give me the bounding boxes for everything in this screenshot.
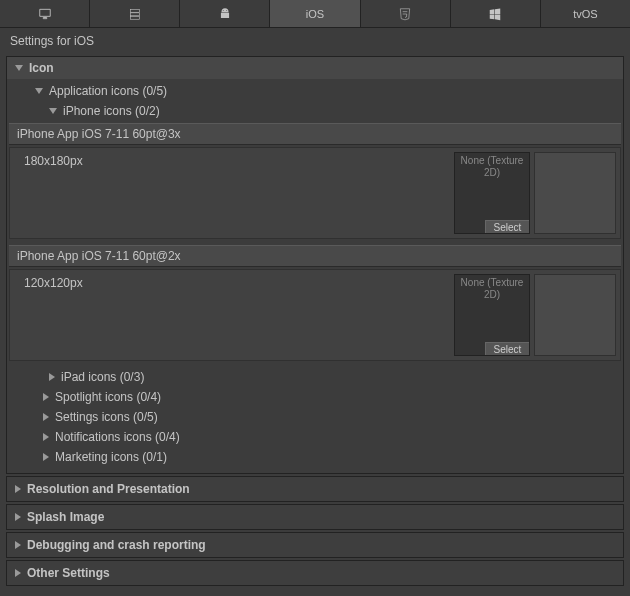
tree-label: Notifications icons (0/4)	[55, 430, 180, 444]
tab-standalone[interactable]	[0, 0, 90, 27]
icon-preview	[534, 274, 616, 356]
tree-label: iPad icons (0/3)	[61, 370, 144, 384]
tree-ipad-icons[interactable]: iPad icons (0/3)	[7, 367, 623, 387]
texture-object-field[interactable]: None (Texture 2D) Select	[454, 152, 530, 234]
icon-preview	[534, 152, 616, 234]
object-field-text: None (Texture 2D)	[455, 275, 529, 303]
icon-section-header[interactable]: Icon	[7, 57, 623, 79]
foldout-right-icon	[15, 541, 21, 549]
tree-spotlight-icons[interactable]: Spotlight icons (0/4)	[7, 387, 623, 407]
foldout-down-icon	[15, 65, 23, 71]
debugging-header[interactable]: Debugging and crash reporting	[7, 533, 623, 557]
resolution-section: Resolution and Presentation	[6, 476, 624, 502]
splash-section: Splash Image	[6, 504, 624, 530]
section-title: Other Settings	[27, 566, 110, 580]
svg-rect-2	[130, 16, 139, 19]
ios-label: iOS	[306, 8, 324, 20]
tree-label: Settings icons (0/5)	[55, 410, 158, 424]
foldout-right-icon	[15, 513, 21, 521]
tree-marketing-icons[interactable]: Marketing icons (0/1)	[7, 447, 623, 467]
splash-header[interactable]: Splash Image	[7, 505, 623, 529]
tree-notifications-icons[interactable]: Notifications icons (0/4)	[7, 427, 623, 447]
foldout-right-icon	[15, 485, 21, 493]
icon-slot-controls: None (Texture 2D) Select	[450, 270, 620, 360]
foldout-right-icon	[15, 569, 21, 577]
tab-server[interactable]	[90, 0, 180, 27]
server-icon	[125, 7, 145, 21]
icon-dimensions: 180x180px	[10, 148, 450, 238]
icon-slot-controls: None (Texture 2D) Select	[450, 148, 620, 238]
resolution-header[interactable]: Resolution and Presentation	[7, 477, 623, 501]
platform-tabs: iOS tvOS	[0, 0, 630, 28]
tree-label: iPhone icons (0/2)	[63, 104, 160, 118]
html5-icon	[395, 7, 415, 21]
other-section: Other Settings	[6, 560, 624, 586]
tree-label: Marketing icons (0/1)	[55, 450, 167, 464]
section-title: Splash Image	[27, 510, 104, 524]
icon-tree: Application icons (0/5) iPhone icons (0/…	[7, 79, 623, 473]
svg-point-3	[223, 10, 224, 11]
foldout-right-icon	[43, 413, 49, 421]
tab-tvos[interactable]: tvOS	[541, 0, 630, 27]
svg-rect-1	[130, 12, 139, 15]
windows-icon	[485, 7, 505, 21]
other-header[interactable]: Other Settings	[7, 561, 623, 585]
settings-title: Settings for iOS	[0, 28, 630, 54]
foldout-right-icon	[43, 393, 49, 401]
tree-label: Spotlight icons (0/4)	[55, 390, 161, 404]
svg-point-4	[226, 10, 227, 11]
tree-iphone-icons[interactable]: iPhone icons (0/2)	[7, 101, 623, 121]
icon-slot-header: iPhone App iOS 7-11 60pt@3x	[9, 123, 621, 145]
svg-rect-0	[130, 9, 139, 12]
icon-section-title: Icon	[29, 61, 54, 75]
tree-application-icons[interactable]: Application icons (0/5)	[7, 81, 623, 101]
icon-dimensions: 120x120px	[10, 270, 450, 360]
android-icon	[215, 7, 235, 21]
select-button[interactable]: Select	[485, 220, 529, 233]
section-title: Resolution and Presentation	[27, 482, 190, 496]
texture-object-field[interactable]: None (Texture 2D) Select	[454, 274, 530, 356]
foldout-down-icon	[35, 88, 43, 94]
icon-panel: Icon Application icons (0/5) iPhone icon…	[6, 56, 624, 474]
monitor-icon	[35, 7, 55, 21]
tree-label: Application icons (0/5)	[49, 84, 167, 98]
foldout-right-icon	[49, 373, 55, 381]
select-button[interactable]: Select	[485, 342, 529, 355]
foldout-right-icon	[43, 453, 49, 461]
icon-slot: 120x120px None (Texture 2D) Select	[9, 269, 621, 361]
tab-webgl[interactable]	[361, 0, 451, 27]
object-field-text: None (Texture 2D)	[455, 153, 529, 181]
tab-uwp[interactable]	[451, 0, 541, 27]
section-title: Debugging and crash reporting	[27, 538, 206, 552]
tab-android[interactable]	[180, 0, 270, 27]
foldout-right-icon	[43, 433, 49, 441]
icon-slot-header: iPhone App iOS 7-11 60pt@2x	[9, 245, 621, 267]
tab-ios[interactable]: iOS	[270, 0, 360, 27]
tree-settings-icons[interactable]: Settings icons (0/5)	[7, 407, 623, 427]
tvos-label: tvOS	[573, 8, 597, 20]
debugging-section: Debugging and crash reporting	[6, 532, 624, 558]
foldout-down-icon	[49, 108, 57, 114]
icon-slot: 180x180px None (Texture 2D) Select	[9, 147, 621, 239]
